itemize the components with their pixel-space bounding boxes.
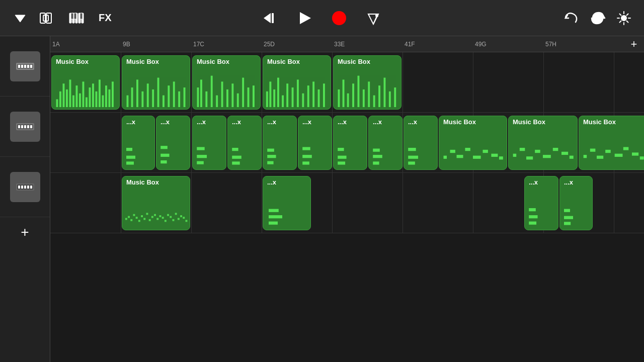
svg-rect-176 [154,214,156,216]
clip-t1-5[interactable]: Music Box [333,55,401,110]
svg-marker-14 [300,12,311,24]
svg-rect-73 [205,92,207,107]
ruler-mark-57h: 57H [543,36,556,52]
svg-rect-134 [408,161,415,164]
svg-rect-123 [302,147,310,150]
clip-t2-10[interactable]: Music Box [439,116,507,170]
rewind-button[interactable] [258,5,284,31]
clip-t1-4[interactable]: Music Box [263,55,331,110]
track-header-1[interactable] [0,36,50,97]
svg-rect-106 [389,92,391,107]
svg-rect-175 [151,216,153,218]
add-track-button[interactable]: + [0,217,50,247]
record-button[interactable] [326,5,352,31]
svg-rect-174 [149,219,151,221]
svg-rect-29 [18,125,20,128]
clip-t1-3[interactable]: Music Box [192,55,261,110]
arrange-view-button[interactable] [36,6,60,30]
clip-t2-5[interactable]: ...x [263,116,297,170]
timeline-content: 1A 9B 17C 25D 33E 41F 49G 57H + [50,36,644,362]
settings-button[interactable] [612,6,636,30]
clip-t3-3[interactable]: ...x [524,176,558,230]
svg-rect-68 [173,81,175,107]
clip-t2-11[interactable]: Music Box [508,116,578,170]
clip-t1-2[interactable]: Music Box [122,55,190,110]
undo-button[interactable] [559,6,584,30]
svg-rect-124 [302,155,312,158]
svg-rect-83 [266,92,268,107]
svg-rect-49 [83,81,85,107]
track-headers: + [0,36,50,362]
clip-t2-8[interactable]: ...x [368,116,403,170]
dropdown-button[interactable] [8,6,32,30]
svg-rect-186 [180,215,182,217]
svg-rect-75 [216,96,218,107]
clip-t3-4[interactable]: ...x [559,176,593,230]
svg-rect-135 [444,156,447,159]
svg-rect-138 [465,148,470,151]
svg-rect-41 [56,99,58,107]
ruler-mark-17c: 17C [191,36,204,52]
svg-rect-95 [323,83,325,107]
clip-t2-12[interactable]: Music Box [579,116,644,170]
svg-rect-87 [282,96,284,107]
piano-roll-button[interactable] [64,6,89,30]
svg-rect-165 [125,218,127,220]
svg-rect-67 [168,85,170,107]
svg-rect-111 [160,146,168,149]
svg-rect-181 [167,214,169,216]
clip-t2-2[interactable]: ...x [156,116,190,170]
svg-rect-13 [272,13,274,23]
svg-rect-143 [513,154,517,157]
svg-rect-82 [253,85,255,107]
clip-t2-4[interactable]: ...x [227,116,262,170]
track-row-3: Music Box [50,173,644,233]
svg-rect-191 [269,222,278,225]
svg-rect-189 [269,209,279,212]
metronome-button[interactable] [360,5,386,31]
svg-rect-171 [141,215,143,217]
loop-button[interactable] [586,6,610,30]
svg-rect-74 [211,76,213,107]
play-button[interactable] [292,5,318,31]
add-bar-button[interactable]: + [624,36,644,52]
clip-t2-7[interactable]: ...x [333,116,367,170]
svg-rect-91 [302,94,304,107]
svg-rect-188 [186,220,188,222]
clip-t2-6[interactable]: ...x [298,116,332,170]
clip-t1-1[interactable]: Music Box [51,55,120,110]
svg-rect-33 [30,125,32,128]
svg-rect-46 [72,96,74,107]
svg-rect-145 [526,156,533,159]
svg-rect-117 [232,148,238,151]
svg-rect-89 [292,87,294,107]
fx-button[interactable]: FX [93,6,118,30]
clip-t3-1[interactable]: Music Box [122,176,190,230]
svg-rect-43 [63,83,65,107]
svg-rect-115 [197,155,207,158]
svg-rect-39 [27,186,29,189]
svg-rect-107 [394,87,396,107]
svg-rect-11 [80,13,83,19]
track-header-2[interactable] [0,97,50,157]
svg-rect-152 [590,149,596,152]
svg-rect-78 [231,83,233,107]
svg-rect-129 [373,149,380,152]
ruler-mark-33e: 33E [332,36,345,52]
svg-rect-22 [18,65,20,68]
svg-rect-44 [66,89,68,107]
svg-rect-65 [157,78,159,108]
svg-rect-172 [143,218,145,220]
clip-t2-3[interactable]: ...x [192,116,226,170]
clip-t3-2[interactable]: ...x [263,176,311,230]
svg-point-19 [621,16,626,21]
svg-rect-10 [74,13,76,19]
svg-rect-154 [605,150,611,153]
clip-t2-9[interactable]: ...x [404,116,438,170]
svg-rect-36 [18,186,20,189]
timeline-ruler: 1A 9B 17C 25D 33E 41F 49G 57H + [50,36,644,52]
svg-rect-155 [615,154,623,157]
clip-t2-1[interactable]: ...x [122,116,155,170]
svg-rect-156 [623,147,629,150]
track-header-3[interactable] [0,157,50,217]
